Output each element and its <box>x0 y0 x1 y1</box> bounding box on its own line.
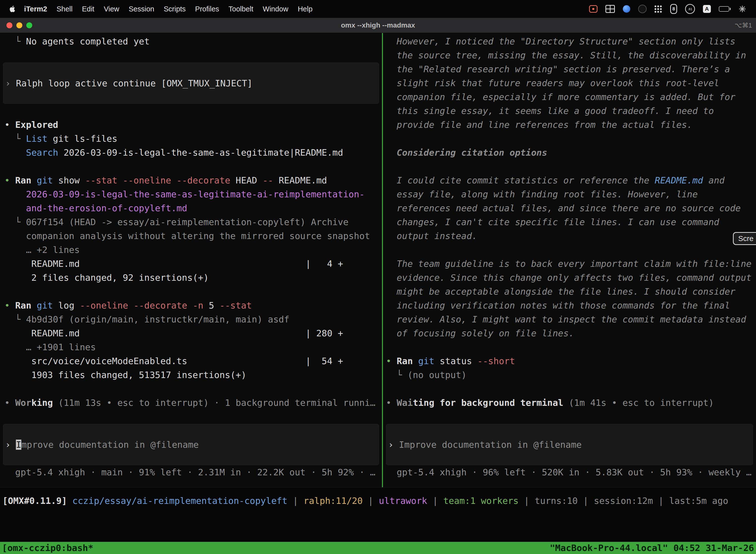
text-run: Explored <box>15 120 58 130</box>
dark-app-icon[interactable] <box>638 5 647 13</box>
text-run: No agents completed yet <box>26 36 150 46</box>
text-run: gpt-5.4 xhigh · 96% left · 520K in · 5.8… <box>386 467 752 477</box>
apple-menu-icon[interactable] <box>9 5 16 13</box>
menu-items: iTerm2ShellEditViewSessionScriptsProfile… <box>19 5 317 13</box>
menu-item-shell[interactable]: Shell <box>52 5 77 13</box>
menu-item-help[interactable]: Help <box>293 5 317 13</box>
menu-item-session[interactable]: Session <box>124 5 159 13</box>
left-terminal-line <box>0 160 382 173</box>
text-run: | <box>427 496 443 506</box>
text-run: this single essay, it seems like a good … <box>386 106 714 116</box>
tmux-session-label: [omx-cczip0:bash* <box>2 542 93 554</box>
left-terminal-line: Search 2026-03-09-is-legal-the-same-as-l… <box>0 146 382 160</box>
stat-pill-icon[interactable]: 8 <box>670 4 677 14</box>
window-title: omx --xhigh --madmax <box>0 21 756 29</box>
right-terminal-line: essay file, along with finding root file… <box>383 187 756 201</box>
right-terminal-line: • Waiting for background terminal (1m 41… <box>383 396 756 410</box>
text-run: git <box>37 175 53 185</box>
text-run: HEAD <box>230 175 262 185</box>
right-terminal-line: this single essay, it seems like a good … <box>383 104 756 118</box>
menu-item-profiles[interactable]: Profiles <box>190 5 224 13</box>
text-run: turns:10 <box>535 496 578 506</box>
screen-share-tooltip[interactable]: Scre <box>733 232 756 245</box>
left-terminal-line: … +1901 lines <box>0 340 382 354</box>
text-run: • <box>4 175 15 185</box>
text-run: and <box>703 175 725 185</box>
left-terminal-line <box>0 382 382 396</box>
macos-menu-bar: iTerm2ShellEditViewSessionScriptsProfile… <box>0 0 756 18</box>
text-run: [OMX#0.11.9] <box>2 496 72 506</box>
left-terminal-line <box>0 104 382 118</box>
text-run <box>31 175 37 185</box>
text-run: --short <box>478 356 515 366</box>
left-terminal-pane[interactable]: └ No agents completed yet› Ralph loop ac… <box>0 33 382 487</box>
menu-status-icons: 8 .61 A <box>589 4 750 14</box>
input-source-label: A <box>705 6 709 12</box>
text-run: | <box>519 496 535 506</box>
menu-item-edit[interactable]: Edit <box>77 5 99 13</box>
percent-badge-icon[interactable]: .61 <box>685 4 695 14</box>
menu-item-scripts[interactable]: Scripts <box>159 5 190 13</box>
text-run: | <box>653 496 669 506</box>
zoom-button[interactable] <box>26 22 32 28</box>
text-run: Wai <box>397 398 413 408</box>
text-run: | <box>578 496 594 506</box>
text-run: › <box>388 440 399 450</box>
left-inject-banner: › Ralph loop active continue [OMX_TMUX_I… <box>3 63 379 104</box>
left-command-input[interactable]: › Improve documentation in @filename <box>3 424 379 465</box>
right-terminal-line: including verification notes with those … <box>383 298 756 313</box>
text-run: changes, I can't cite specific file line… <box>386 217 719 227</box>
text-run: + <box>338 259 343 269</box>
menu-item-iterm2[interactable]: iTerm2 <box>19 5 52 13</box>
right-command-input[interactable]: › Improve documentation in @filename <box>386 424 753 465</box>
right-terminal-line: slight risk that future readers may over… <box>383 76 756 90</box>
left-terminal-line: 2026-03-09-is-legal-the-same-as-legitima… <box>0 187 382 201</box>
battery-icon[interactable] <box>719 6 731 12</box>
right-terminal-line: the "Related research writing" section i… <box>383 62 756 76</box>
left-terminal-line: └ 4b9d30f (origin/main, instructkr/main,… <box>0 313 382 326</box>
text-run: ultrawork <box>379 496 427 506</box>
text-run: Considering citation options <box>386 148 547 158</box>
text-run: companion file, especially if more comme… <box>386 92 736 102</box>
text-run: └ (no output) <box>386 370 466 380</box>
screen-recording-indicator-icon[interactable] <box>589 5 597 13</box>
right-terminal-line: references need actual files, and since … <box>383 201 756 215</box>
menu-item-toolbelt[interactable]: Toolbelt <box>224 5 258 13</box>
right-terminal-line: └ (no output) <box>383 368 756 382</box>
text-run: --stat <box>219 300 252 311</box>
tmux-host-clock-label: "MacBook-Pro-44.local" 04:52 31-Mar-26 <box>550 542 754 554</box>
input-source-icon[interactable]: A <box>703 5 711 13</box>
right-terminal-line: provide file and line references from th… <box>383 118 756 132</box>
text-run: • <box>4 300 15 311</box>
percent-badge-label: .61 <box>688 7 692 11</box>
omx-status-line: [OMX#0.11.9] cczip/essay/ai-reimplementa… <box>0 488 756 508</box>
text-run: the source tree, missing the essay. Stil… <box>386 50 746 60</box>
left-terminal-line: … +2 lines <box>0 243 382 257</box>
right-terminal-pane[interactable]: However, I noticed the "Directory Struct… <box>383 33 756 487</box>
text-run: Improve documentation in @filename <box>399 440 582 450</box>
text-run: of focusing solely on file lines. <box>386 328 574 338</box>
text-run: README.md | 280 <box>4 328 338 338</box>
text-run: session:12m <box>594 496 653 506</box>
fan-icon[interactable] <box>739 5 746 13</box>
right-terminal-line: output instead. <box>383 229 756 243</box>
app-grid-icon[interactable] <box>654 5 662 13</box>
right-terminal-line: However, I noticed the "Directory Struct… <box>383 35 756 48</box>
text-run: • <box>4 398 15 408</box>
menu-item-view[interactable]: View <box>99 5 124 13</box>
text-run: • <box>4 120 15 130</box>
text-run: | <box>363 496 379 506</box>
blue-app-icon[interactable] <box>623 5 630 13</box>
menu-item-window[interactable]: Window <box>258 5 293 13</box>
left-terminal-line <box>0 285 382 298</box>
text-run: the "Related research writing" section i… <box>386 64 730 74</box>
text-run: companion analysis without altering the … <box>4 231 370 241</box>
window-manager-icon[interactable] <box>606 5 615 13</box>
minimize-button[interactable] <box>16 22 22 28</box>
window-title-bar[interactable]: omx --xhigh --madmax ⌥⌘1 <box>0 18 756 33</box>
text-run: ralph:11/20 <box>304 496 363 506</box>
close-button[interactable] <box>6 22 12 28</box>
text-run: Ran <box>397 356 413 366</box>
text-run: gpt-5.4 xhigh · main · 91% left · 2.31M … <box>4 467 376 477</box>
left-terminal-line: 2 files changed, 92 insertions(+) <box>0 271 382 285</box>
